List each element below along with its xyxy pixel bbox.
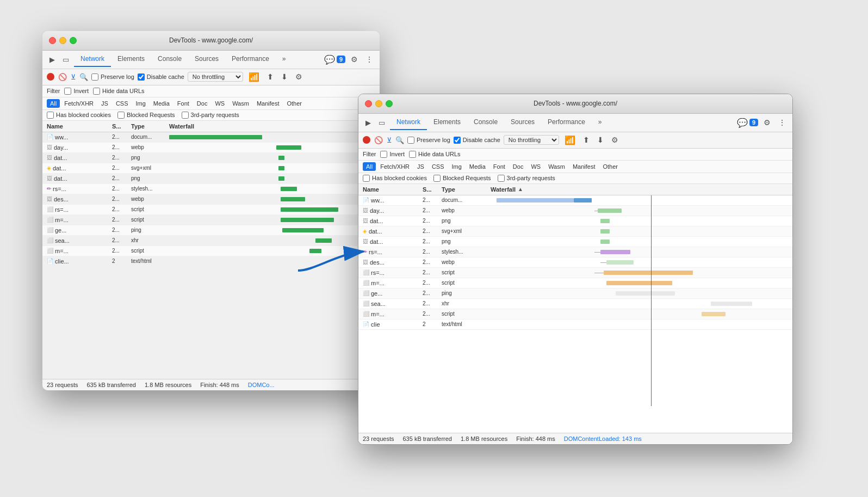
tab-console-back[interactable]: Console [151, 52, 188, 67]
table-row[interactable]: ⬜ rs=... 2... script [42, 205, 380, 215]
table-row[interactable]: 🖼 day... 2... webp [358, 206, 792, 216]
type-wasm-front[interactable]: Wasm [545, 162, 568, 171]
preserve-log-cb-back[interactable] [91, 73, 98, 81]
cursor-tool-front[interactable]: ▶ [363, 117, 374, 128]
table-row[interactable]: ⬜ rs=... 2... script [358, 268, 792, 278]
tab-more-back[interactable]: » [276, 52, 293, 67]
blocked-requests-cb-front[interactable] [433, 175, 441, 182]
record-btn-front[interactable] [363, 136, 370, 144]
maximize-btn-front[interactable] [386, 100, 393, 107]
close-btn-back[interactable] [49, 37, 56, 44]
table-row[interactable]: ⬜ sea... 2... xhr [358, 299, 792, 309]
table-row[interactable]: ⬜ m=... 2... script [42, 215, 380, 225]
table-row[interactable]: ⬜ ge... 2... ping [42, 225, 380, 236]
search-icon-front[interactable]: 🔍 [395, 136, 404, 144]
more-btn-back[interactable]: ⋮ [363, 54, 375, 65]
import-btn-front[interactable]: ⬆ [581, 134, 592, 145]
network-icon-front[interactable]: 📶 [562, 134, 578, 146]
minimize-btn-front[interactable] [375, 100, 382, 107]
import-btn-back[interactable]: ⬆ [265, 71, 276, 82]
type-font-front[interactable]: Font [490, 162, 509, 171]
table-row[interactable]: ⬜ m=... 2... script [42, 246, 380, 256]
export-btn-front[interactable]: ⬇ [595, 134, 606, 145]
table-row[interactable]: ✏ rs=... 2... stylesh... [358, 247, 792, 257]
third-party-cb-back[interactable] [182, 112, 189, 119]
col-header-status-front[interactable]: S... [423, 186, 442, 193]
hide-urls-cb-front[interactable] [409, 151, 416, 158]
type-wasm-back[interactable]: Wasm [229, 99, 252, 108]
hide-urls-cb-back[interactable] [93, 88, 100, 95]
table-row[interactable]: 🖼 dat... 2... png [42, 153, 380, 163]
type-media-front[interactable]: Media [466, 162, 489, 171]
table-row[interactable]: ⬜ ge... 2... ping [358, 289, 792, 299]
table-row[interactable]: ⬜ m=... 2... script [358, 309, 792, 320]
tab-elements-back[interactable]: Elements [111, 52, 151, 67]
type-fetch-back[interactable]: Fetch/XHR [61, 99, 97, 108]
type-img-front[interactable]: Img [449, 162, 465, 171]
type-all-front[interactable]: All [363, 162, 376, 171]
type-css-front[interactable]: CSS [429, 162, 448, 171]
blocked-cookies-cb-back[interactable] [47, 112, 54, 119]
tab-network-front[interactable]: Network [390, 115, 427, 130]
type-font-back[interactable]: Font [174, 99, 193, 108]
type-ws-front[interactable]: WS [528, 162, 544, 171]
record-btn-back[interactable] [47, 73, 54, 81]
table-row[interactable]: 📄 ww... 2... docum... [358, 195, 792, 206]
type-manifest-back[interactable]: Manifest [253, 99, 283, 108]
tab-elements-front[interactable]: Elements [427, 115, 467, 130]
type-other-front[interactable]: Other [599, 162, 621, 171]
table-row[interactable]: ◈ dat... 2... svg+xml [358, 226, 792, 237]
blocked-requests-cb-back[interactable] [117, 112, 125, 119]
export-btn-back[interactable]: ⬇ [279, 71, 290, 82]
table-row[interactable]: ⬜ sea... 2... xhr [42, 236, 380, 246]
blocked-cookies-cb-front[interactable] [363, 175, 370, 182]
settings2-btn-back[interactable]: ⚙ [293, 71, 305, 82]
table-row[interactable]: 🖼 des... 2... webp [42, 194, 380, 205]
filter-icon-front[interactable]: ⊻ [387, 136, 392, 144]
third-party-cb-front[interactable] [498, 175, 505, 182]
type-fetch-front[interactable]: Fetch/XHR [377, 162, 413, 171]
tab-console-front[interactable]: Console [467, 115, 504, 130]
preserve-log-cb-front[interactable] [407, 137, 414, 144]
filter-icon-back[interactable]: ⊻ [71, 73, 76, 81]
table-row[interactable]: ✏ rs=... 2... stylesh... [42, 184, 380, 194]
type-doc-back[interactable]: Doc [194, 99, 211, 108]
type-manifest-front[interactable]: Manifest [569, 162, 599, 171]
type-js-front[interactable]: JS [414, 162, 427, 171]
type-img-back[interactable]: Img [133, 99, 149, 108]
type-css-back[interactable]: CSS [113, 99, 132, 108]
cursor-tool-back[interactable]: ▶ [47, 54, 58, 65]
tab-performance-front[interactable]: Performance [541, 115, 592, 130]
table-row[interactable]: 📄 clie... 2 text/html [42, 256, 380, 267]
dock-btn-back[interactable]: ▭ [60, 54, 72, 65]
type-other-back[interactable]: Other [283, 99, 305, 108]
table-row[interactable]: ⬜ m=... 2... script [358, 278, 792, 289]
tab-more-front[interactable]: » [592, 115, 609, 130]
disable-cache-cb-back[interactable] [138, 73, 145, 81]
tab-performance-back[interactable]: Performance [225, 52, 276, 67]
throttle-select-back[interactable]: No throttling [188, 72, 243, 82]
invert-cb-front[interactable] [380, 151, 387, 158]
invert-cb-back[interactable] [64, 88, 71, 95]
table-row[interactable]: 🖼 dat... 2... png [358, 216, 792, 226]
minimize-btn-back[interactable] [59, 37, 66, 44]
table-row[interactable]: 📄 clie 2 text/html [358, 320, 792, 330]
tab-network-back[interactable]: Network [74, 52, 111, 67]
table-row[interactable]: 🖼 dat... 2... png [42, 174, 380, 184]
type-ws-back[interactable]: WS [212, 99, 228, 108]
type-js-back[interactable]: JS [98, 99, 111, 108]
dock-btn-front[interactable]: ▭ [376, 117, 388, 128]
col-header-waterfall-front[interactable]: Waterfall ▲ [491, 186, 788, 193]
tab-sources-front[interactable]: Sources [504, 115, 541, 130]
clear-btn-back[interactable]: 🚫 [58, 72, 67, 82]
table-row[interactable]: 🖼 dat... 2... png [358, 237, 792, 247]
table-row[interactable]: ◈ dat... 2... svg+xml [42, 163, 380, 174]
col-header-name-front[interactable]: Name [363, 186, 423, 193]
settings-btn-front[interactable]: ⚙ [761, 117, 773, 128]
clear-btn-front[interactable]: 🚫 [374, 135, 383, 145]
settings2-btn-front[interactable]: ⚙ [609, 134, 621, 145]
type-all-back[interactable]: All [47, 99, 60, 108]
disable-cache-cb-front[interactable] [454, 137, 461, 144]
close-btn-front[interactable] [365, 100, 372, 107]
table-row[interactable]: 🖼 des... 2... webp [358, 257, 792, 268]
